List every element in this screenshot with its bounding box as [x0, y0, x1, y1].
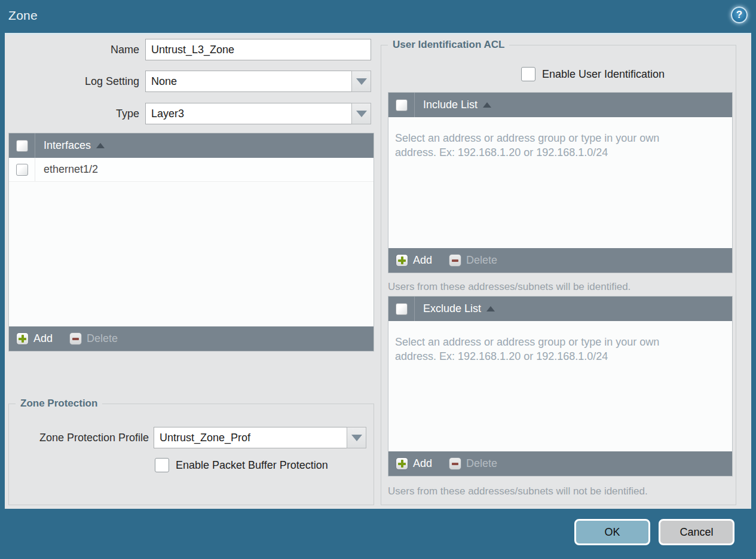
- user-identification-acl-group: User Identification ACL Enable User Iden…: [381, 45, 736, 505]
- interface-name: ethernet1/2: [44, 163, 98, 176]
- log-setting-label: Log Setting: [5, 71, 139, 92]
- plus-icon: [396, 457, 408, 470]
- exclude-select-all-checkbox[interactable]: [396, 303, 408, 315]
- enable-user-identification-checkbox[interactable]: [521, 67, 535, 81]
- zone-protection-profile-dropdown-button[interactable]: [347, 427, 366, 448]
- ok-button[interactable]: OK: [574, 519, 650, 545]
- exclude-select-all-cell: [388, 297, 415, 321]
- delete-button-label: Delete: [466, 457, 497, 470]
- interfaces-table-body: ethernet1/2: [9, 158, 374, 326]
- interfaces-add-button[interactable]: Add: [16, 332, 53, 345]
- add-button-label: Add: [413, 457, 432, 470]
- plus-icon: [16, 332, 29, 345]
- minus-icon: [449, 457, 461, 470]
- interfaces-column-header[interactable]: Interfaces: [44, 139, 105, 152]
- type-value[interactable]: Layer3: [145, 103, 351, 124]
- interfaces-delete-button[interactable]: Delete: [69, 332, 118, 345]
- include-list-placeholder: Select an address or address group or ty…: [395, 132, 699, 160]
- table-row[interactable]: ethernet1/2: [9, 158, 374, 182]
- interfaces-table: Interfaces ethernet1/2 Add: [8, 133, 374, 352]
- exclude-add-button[interactable]: Add: [396, 457, 432, 470]
- exclude-list-table: Exclude List Select an address or addres…: [388, 296, 733, 476]
- exclude-list-body[interactable]: Select an address or address group or ty…: [388, 321, 732, 451]
- log-setting-dropdown-button[interactable]: [351, 71, 371, 92]
- zone-protection-profile-label: Zone Protection Profile: [9, 427, 149, 448]
- interfaces-table-header[interactable]: Interfaces: [9, 133, 374, 158]
- name-label: Name: [5, 39, 139, 60]
- dialog-title: Zone: [8, 8, 38, 23]
- exclude-list-placeholder: Select an address or address group or ty…: [395, 335, 699, 364]
- exclude-list-caption: Users from these addresses/subnets will …: [388, 485, 648, 497]
- row-checkbox[interactable]: [16, 164, 28, 176]
- user-identification-acl-legend: User Identification ACL: [388, 39, 509, 51]
- include-list-table: Include List Select an address or addres…: [388, 92, 733, 273]
- exclude-column-label: Exclude List: [423, 303, 481, 315]
- interfaces-select-all-checkbox[interactable]: [16, 140, 28, 152]
- interfaces-table-footer: Add Delete: [9, 326, 374, 351]
- name-input[interactable]: [145, 39, 371, 60]
- include-select-all-cell: [388, 93, 415, 117]
- include-list-footer: Add Delete: [388, 248, 732, 273]
- include-select-all-checkbox[interactable]: [396, 99, 408, 111]
- delete-button-label: Delete: [87, 332, 118, 345]
- log-setting-value[interactable]: None: [145, 71, 351, 92]
- dialog-titlebar: Zone ?: [0, 0, 756, 33]
- type-dropdown-button[interactable]: [351, 103, 371, 124]
- help-icon[interactable]: ?: [731, 7, 748, 23]
- minus-icon: [449, 254, 461, 267]
- packet-buffer-protection-label: Enable Packet Buffer Protection: [176, 458, 328, 473]
- interfaces-column-label: Interfaces: [44, 139, 91, 152]
- plus-icon: [396, 254, 408, 267]
- include-add-button[interactable]: Add: [396, 254, 432, 267]
- include-column-header[interactable]: Include List: [423, 99, 491, 111]
- dialog-body: Name Log Setting None Type Layer3 Interf…: [5, 33, 751, 509]
- chevron-down-icon: [356, 78, 367, 85]
- sort-ascending-icon: [483, 102, 491, 108]
- add-button-label: Add: [413, 254, 432, 267]
- packet-buffer-protection-checkbox[interactable]: [155, 458, 169, 472]
- dialog-top-highlight: [5, 33, 751, 35]
- zone-dialog-screen: Zone ? Name Log Setting None Type Layer3: [0, 0, 756, 559]
- cancel-button[interactable]: Cancel: [659, 519, 734, 545]
- zone-protection-profile-select[interactable]: Untrust_Zone_Prof: [154, 427, 366, 448]
- add-button-label: Add: [33, 332, 53, 345]
- include-list-caption: Users from these addresses/subnets will …: [388, 281, 630, 293]
- include-list-header[interactable]: Include List: [388, 93, 732, 117]
- type-select[interactable]: Layer3: [145, 103, 371, 124]
- log-setting-select[interactable]: None: [145, 71, 371, 92]
- sort-ascending-icon: [486, 306, 495, 311]
- include-list-body[interactable]: Select an address or address group or ty…: [388, 117, 732, 248]
- exclude-list-header[interactable]: Exclude List: [388, 297, 732, 321]
- sort-ascending-icon: [96, 143, 105, 148]
- zone-protection-profile-value[interactable]: Untrust_Zone_Prof: [154, 427, 347, 448]
- type-label: Type: [5, 103, 139, 124]
- zone-protection-legend: Zone Protection: [16, 398, 102, 410]
- exclude-list-footer: Add Delete: [388, 451, 732, 476]
- exclude-column-header[interactable]: Exclude List: [423, 303, 495, 315]
- exclude-delete-button[interactable]: Delete: [449, 457, 497, 470]
- chevron-down-icon: [356, 111, 367, 117]
- delete-button-label: Delete: [466, 254, 497, 267]
- include-column-label: Include List: [423, 99, 478, 111]
- interfaces-select-all-cell: [9, 133, 35, 158]
- include-delete-button[interactable]: Delete: [449, 254, 497, 267]
- minus-icon: [69, 332, 82, 345]
- zone-protection-group: Zone Protection Zone Protection Profile …: [8, 404, 374, 505]
- chevron-down-icon: [351, 435, 362, 441]
- enable-user-identification-label: Enable User Identification: [542, 67, 665, 82]
- row-checkbox-cell: [9, 158, 35, 181]
